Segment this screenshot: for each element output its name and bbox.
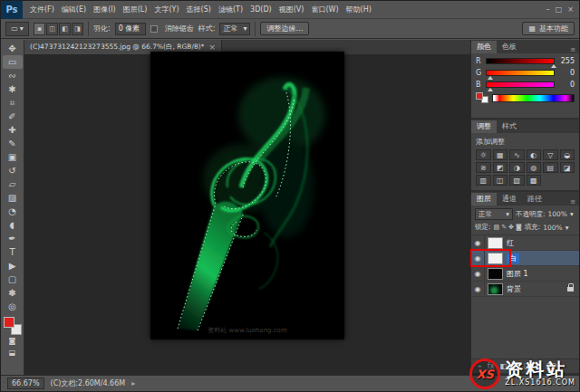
slider-knob[interactable] <box>551 64 556 68</box>
menu-item-type[interactable]: 文字(Y) <box>150 5 182 14</box>
minimize-button[interactable]: – <box>546 5 550 14</box>
anti-alias-checkbox[interactable] <box>150 25 158 33</box>
menu-item-view[interactable]: 视图(V) <box>276 5 308 14</box>
lock-pixels-icon[interactable]: ✎ <box>501 224 507 231</box>
visibility-eye-icon[interactable]: ◉ <box>471 282 485 296</box>
fill-value[interactable]: 100% <box>543 224 562 232</box>
tab-channels[interactable]: 通道 <box>497 193 522 206</box>
vibrance-icon[interactable]: ▽ <box>543 149 558 160</box>
subtract-from-selection-icon[interactable]: ◧ <box>59 23 71 35</box>
dodge-tool[interactable]: ◖ <box>3 218 23 232</box>
slider-knob[interactable] <box>488 76 493 80</box>
visibility-eye-icon[interactable]: ◉ <box>471 266 485 281</box>
close-button[interactable]: × <box>567 5 574 14</box>
zoom-level-field[interactable]: 66.67% <box>7 378 44 389</box>
new-selection-icon[interactable]: ▪ <box>34 23 45 35</box>
layer-thumbnail[interactable] <box>488 268 503 280</box>
intersect-selection-icon[interactable]: ◨ <box>72 23 83 35</box>
quick-mask-icon[interactable]: ◙ <box>3 335 23 347</box>
menu-item-edit[interactable]: 编辑(E) <box>58 5 90 14</box>
add-to-selection-icon[interactable]: ◫ <box>46 23 58 35</box>
red-value[interactable]: 255 <box>558 57 575 65</box>
blue-slider[interactable] <box>486 81 555 88</box>
visibility-eye-icon[interactable]: ◉ <box>471 235 485 250</box>
tab-adjustments[interactable]: 调整 <box>471 120 497 133</box>
menu-item-image[interactable]: 图像(I) <box>90 5 120 14</box>
refine-edge-button[interactable]: 调整边缘… <box>260 22 309 35</box>
hand-tool[interactable]: ✽ <box>3 286 23 300</box>
history-brush-tool[interactable]: ↺ <box>3 164 23 177</box>
tab-styles[interactable]: 样式 <box>497 120 522 133</box>
tab-color[interactable]: 颜色 <box>471 41 497 53</box>
layer-row-background[interactable]: ◉ 背景 <box>471 282 579 297</box>
rectangle-tool[interactable]: ▢ <box>3 272 23 286</box>
layer-name[interactable]: 背景 <box>507 284 521 294</box>
opacity-value[interactable]: 100% <box>548 210 567 218</box>
crop-tool[interactable]: ⌗ <box>3 96 23 110</box>
status-options-arrow-icon[interactable]: ▸ <box>131 379 135 387</box>
exposure-icon[interactable]: ◐ <box>527 149 542 160</box>
menu-item-help[interactable]: 帮助(H) <box>343 5 375 14</box>
eraser-tool[interactable]: ▱ <box>3 177 23 191</box>
gradient-map-icon[interactable]: ▩ <box>527 175 542 186</box>
chevron-down-icon[interactable]: ▾ <box>566 224 569 232</box>
canvas-image[interactable]: 资料站 www.luohang.com <box>150 52 344 339</box>
green-slider[interactable] <box>486 70 555 76</box>
black-white-icon[interactable]: ◩ <box>493 162 508 173</box>
chevron-down-icon[interactable]: ▾ <box>570 210 574 218</box>
panel-menu-icon[interactable]: ≡ <box>566 46 579 53</box>
rectangular-marquee-tool[interactable]: ▭ <box>3 55 23 69</box>
posterize-icon[interactable]: ▥ <box>476 175 491 186</box>
tab-paths[interactable]: 路径 <box>522 193 547 206</box>
color-spectrum-bar[interactable] <box>492 94 575 102</box>
menu-item-window[interactable]: 窗口(W) <box>307 5 342 14</box>
layer-thumbnail[interactable] <box>488 283 503 295</box>
levels-icon[interactable]: ▦ <box>493 149 508 160</box>
invert-icon[interactable]: ◪ <box>560 162 575 173</box>
channel-mixer-icon[interactable]: ◍ <box>527 162 542 173</box>
color-balance-icon[interactable]: ≋ <box>476 162 491 173</box>
style-dropdown[interactable]: 正常 ▾ <box>219 23 250 35</box>
feather-input[interactable]: 0 像素 <box>115 23 146 35</box>
zoom-tool[interactable]: ◎ <box>3 300 23 313</box>
threshold-icon[interactable]: ◫ <box>493 175 508 186</box>
brush-tool[interactable]: ✎ <box>3 137 23 150</box>
curves-icon[interactable]: ∿ <box>509 149 525 160</box>
mini-color-swatches[interactable] <box>476 92 488 103</box>
spot-healing-brush-tool[interactable]: ✚ <box>3 123 23 137</box>
menu-item-filter[interactable]: 滤镜(T) <box>215 5 246 14</box>
move-tool[interactable]: ✥ <box>3 42 23 55</box>
slider-knob[interactable] <box>488 88 493 91</box>
layer-thumbnail[interactable] <box>488 237 503 249</box>
blend-mode-dropdown[interactable]: 正常 ▾ <box>475 208 513 220</box>
screen-mode-icon[interactable]: ⬓ <box>3 347 23 359</box>
photo-filter-icon[interactable]: ◑ <box>509 162 525 173</box>
close-document-icon[interactable]: × <box>208 43 216 52</box>
pen-tool[interactable]: ✒ <box>3 232 23 245</box>
lock-transparency-icon[interactable]: ▨ <box>494 224 500 231</box>
menu-item-select[interactable]: 选择(S) <box>183 5 215 14</box>
maximize-button[interactable]: □ <box>556 5 563 14</box>
lasso-tool[interactable]: ∾ <box>3 69 23 82</box>
layer-name[interactable]: 图层 1 <box>507 269 528 279</box>
selective-color-icon[interactable]: ▧ <box>509 175 525 186</box>
tool-preset-picker[interactable]: ▭ ▾ <box>5 22 29 36</box>
tab-swatches[interactable]: 色板 <box>497 41 522 53</box>
layer-row-white[interactable]: ◉ 白 <box>471 251 579 266</box>
green-value[interactable]: 0 <box>558 69 575 77</box>
blur-tool[interactable]: ◔ <box>3 205 23 218</box>
red-slider[interactable] <box>486 58 555 64</box>
tab-layers[interactable]: 图层 <box>471 193 497 206</box>
clone-stamp-tool[interactable]: ▣ <box>3 150 23 164</box>
workspace-switcher[interactable]: ▦ 基本功能 <box>522 22 575 35</box>
foreground-color-swatch[interactable] <box>4 317 14 328</box>
blue-value[interactable]: 0 <box>558 81 575 89</box>
lock-position-icon[interactable]: ✥ <box>508 224 514 231</box>
color-lookup-icon[interactable]: ▤ <box>543 162 558 173</box>
path-selection-tool[interactable]: ▶ <box>3 259 23 272</box>
menu-item-3d[interactable]: 3D(D) <box>246 5 276 14</box>
layer-name[interactable]: 红 <box>507 238 514 248</box>
menu-item-file[interactable]: 文件(F) <box>26 5 58 14</box>
gradient-tool[interactable]: ▨ <box>3 191 23 205</box>
type-tool[interactable]: T <box>3 245 23 259</box>
